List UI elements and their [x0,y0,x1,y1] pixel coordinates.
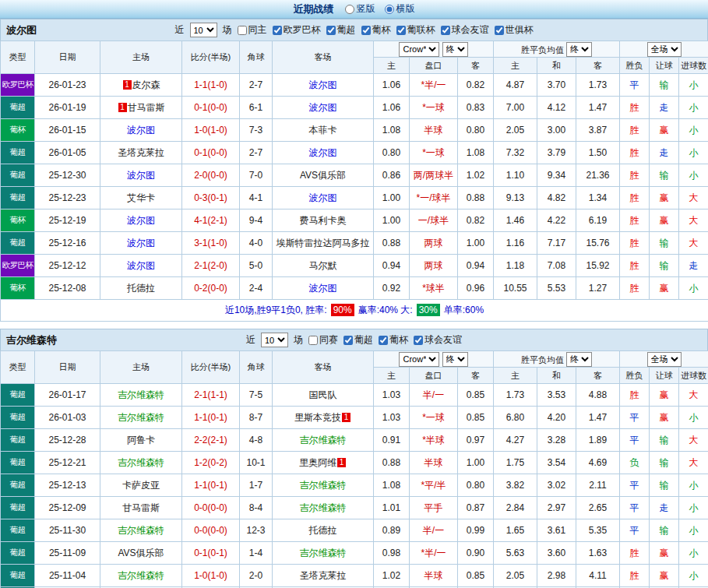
team-link[interactable]: 波尔图 [309,79,337,90]
away-team-cell: 波尔图 [273,277,374,300]
result-outcome-cell: 胜 [620,119,650,142]
team-link[interactable]: 波尔图 [309,147,337,158]
team-link[interactable]: 吉尔维森特 [118,412,164,423]
col-header-away: 客场 [273,41,374,74]
away-team-cell: 本菲卡 [273,119,374,142]
filter-checkbox[interactable] [308,336,318,345]
corners-cell: 4-0 [240,232,273,255]
avg-away-cell: 4.69 [576,452,620,474]
team-link[interactable]: 波尔图 [309,283,337,294]
team-link[interactable]: 吉尔维森特 [300,435,347,445]
sub-header-result-goals: 进球数 [679,58,708,74]
filter-checkbox[interactable] [495,26,504,35]
filter-option[interactable]: 球会友谊 [441,23,489,37]
filter-checkbox[interactable] [273,26,282,35]
filter-option[interactable]: 同赛 [308,333,338,347]
date-cell: 25-12-08 [35,277,100,300]
odds-final-select[interactable]: 终 [442,42,468,57]
odds-company-select[interactable]: Crow* [399,42,439,57]
layout-horizontal-option[interactable]: 横版 [385,2,415,16]
team-link[interactable]: 波尔图 [127,215,155,226]
filter-checkbox[interactable] [361,26,371,35]
date-cell: 26-01-19 [35,97,100,119]
home-team-cell: 1甘马雷斯 [100,97,182,119]
team-link[interactable]: 波尔图 [127,125,155,136]
result-outcome-cell: 胜 [620,209,650,232]
section-header-bar: 波尔图近10场同主欧罗巴杯葡超葡杯葡联杯球会友谊世俱杯 [0,19,708,40]
date-cell: 25-12-16 [35,232,100,255]
handicap-cell: 两球 [410,232,458,255]
filter-option[interactable]: 欧罗巴杯 [273,23,321,37]
odds-away-cell: 1.00 [458,452,494,474]
sub-header-result-goals: 进球数 [679,368,708,384]
handicap-cell: *球半 [410,277,458,300]
vertical-radio[interactable] [345,5,354,14]
handicap-cell: *一球 [410,142,458,164]
corners-cell: 4-1 [240,187,273,209]
team-link[interactable]: 波尔图 [127,260,155,271]
filter-option[interactable]: 葡超 [326,23,356,37]
team-link[interactable]: 吉尔维森特 [118,570,164,581]
team-link[interactable]: 波尔图 [127,170,155,181]
result-handicap-cell: 赢 [650,209,679,232]
near-count-select[interactable]: 10 [261,333,288,347]
filter-checkbox[interactable] [396,26,406,35]
near-count-select[interactable]: 10 [190,23,217,37]
avg-away-cell: 6.19 [576,209,620,232]
filter-option[interactable]: 同主 [238,23,267,37]
team-link[interactable]: 波尔图 [309,102,337,113]
filter-label: 欧罗巴杯 [284,23,321,37]
full-match-select[interactable]: 全场 [647,352,682,367]
filter-checkbox[interactable] [238,26,247,35]
team-link[interactable]: 吉尔维森特 [300,548,347,558]
col-header-score: 比分(半场) [182,351,240,384]
result-handicap-cell: 输 [650,519,679,542]
score-cell: 1-2(0-2) [182,452,240,474]
full-match-select[interactable]: 全场 [647,42,682,57]
team-link[interactable]: 波尔图 [309,192,337,203]
team-link[interactable]: 吉尔维森特 [118,457,164,468]
sub-header-result-outcome: 胜负 [620,58,650,74]
avg-draw-cell: 4.12 [537,97,576,119]
avg-final-select[interactable]: 终 [566,42,592,57]
team-link[interactable]: 吉尔维森特 [118,525,164,536]
away-team-cell: 里斯本竞技1 [273,407,374,429]
team-link[interactable]: 吉尔维森特 [118,389,164,400]
avg-away-cell: 1.50 [576,142,620,164]
handicap-cell: 两球 [410,255,458,277]
horizontal-radio[interactable] [385,5,394,14]
match-row: 葡超25-12-13卡萨皮亚1-1(0-1)1-7吉尔维森特1.08*平/半0.… [1,474,708,497]
filter-label: 球会友谊 [424,333,462,347]
sub-header-avg-away: 客 [576,58,620,74]
filter-checkbox[interactable] [343,336,353,345]
avg-home-cell: 2.05 [494,119,537,142]
avg-final-select[interactable]: 终 [566,352,592,367]
filter-checkbox[interactable] [441,26,450,35]
date-cell: 25-11-09 [35,542,100,565]
team-link[interactable]: 波尔图 [127,238,155,248]
team-link[interactable]: 吉尔维森特 [300,480,347,491]
layout-vertical-option[interactable]: 竖版 [345,2,375,16]
odds-company-select[interactable]: Crow* [399,352,439,367]
filter-option[interactable]: 世俱杯 [495,23,534,37]
filter-option[interactable]: 葡杯 [361,23,391,37]
score-cell: 2-0(0-0) [182,164,240,187]
filter-option[interactable]: 葡杯 [379,333,408,347]
match-row: 葡超26-01-191甘马雷斯0-1(0-0)6-1波尔图1.06*一球0.83… [1,97,708,119]
filter-option[interactable]: 葡超 [343,333,373,347]
odds-away-cell: 0.96 [458,277,494,300]
odds-final-select[interactable]: 终 [442,352,468,367]
sub-header-avg-away: 客 [576,368,620,384]
filter-option[interactable]: 葡联杯 [396,23,435,37]
filter-checkbox[interactable] [326,26,336,35]
avg-home-cell: 5.63 [494,542,537,565]
match-row: 葡杯25-12-19波尔图4-1(2-1)9-4费马利卡奥1.00一/球半0.8… [1,209,708,232]
filter-checkbox[interactable] [414,336,423,345]
avg-home-cell: 2.05 [494,565,537,587]
filter-option[interactable]: 球会友谊 [414,333,462,347]
filter-checkbox[interactable] [379,336,388,345]
avg-home-cell: 1.10 [494,164,537,187]
avg-home-cell: 3.82 [494,474,537,497]
team-link[interactable]: 吉尔维森特 [300,502,347,513]
odds-away-cell: 0.82 [458,209,494,232]
